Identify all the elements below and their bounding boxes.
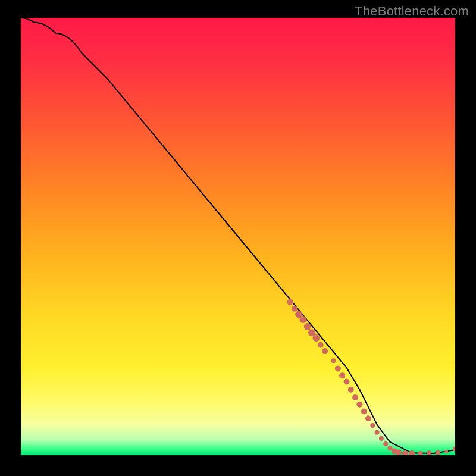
- marker-point: [292, 306, 298, 312]
- marker-point: [361, 409, 367, 415]
- marker-point: [370, 423, 375, 428]
- marker-point: [339, 372, 345, 378]
- marker-point: [344, 379, 350, 385]
- marker-point: [331, 358, 336, 363]
- marker-point: [356, 402, 362, 408]
- marker-point: [304, 323, 311, 330]
- marker-point: [287, 299, 293, 305]
- marker-point: [312, 334, 320, 342]
- bottleneck-chart: [21, 18, 455, 455]
- marker-point: [352, 394, 358, 400]
- marker-point: [383, 441, 388, 446]
- marker-point: [436, 450, 440, 455]
- marker-point: [348, 387, 354, 393]
- marker-point: [300, 316, 307, 323]
- marker-point: [322, 348, 328, 354]
- marker-point: [444, 450, 448, 453]
- chart-svg: [21, 18, 455, 455]
- marker-point: [427, 450, 431, 455]
- marker-point: [388, 446, 393, 450]
- marker-point: [375, 430, 380, 435]
- watermark-text: TheBottleneck.com: [355, 4, 469, 19]
- marker-point: [335, 366, 341, 372]
- chart-stage: TheBottleneck.com: [0, 0, 476, 476]
- marker-point: [379, 436, 384, 441]
- marker-point: [318, 342, 324, 348]
- marker-point: [365, 415, 371, 421]
